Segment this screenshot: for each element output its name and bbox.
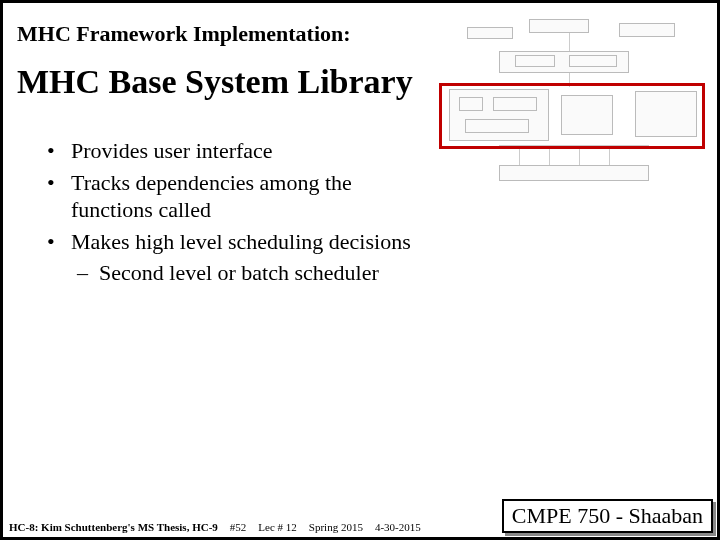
footer-source: HC-8: Kim Schuttenberg's MS Thesis, HC-9	[9, 521, 218, 533]
footer-term: Spring 2015	[309, 521, 363, 533]
list-item: Tracks dependencies among the functions …	[43, 169, 423, 224]
list-item: Provides user interface	[43, 137, 423, 165]
bullet-list: Provides user interface Tracks dependenc…	[3, 107, 443, 287]
course-badge: CMPE 750 - Shaaban	[502, 499, 713, 533]
footer-page: #52	[230, 521, 247, 533]
bullet-text: Provides user interface	[71, 138, 273, 163]
footer-lecture: Lec # 12	[258, 521, 296, 533]
bullet-text: Makes high level scheduling decisions	[71, 229, 411, 254]
list-item: Makes high level scheduling decisions Se…	[43, 228, 423, 287]
diagram-thumbnail	[439, 19, 709, 209]
footer-date: 4-30-2015	[375, 521, 421, 533]
sub-bullet-text: Second level or batch scheduler	[99, 260, 379, 285]
slide: MHC Framework Implementation: MHC Base S…	[0, 0, 720, 540]
bullet-text: Tracks dependencies among the functions …	[71, 170, 352, 223]
sub-list-item: Second level or batch scheduler	[71, 259, 423, 287]
